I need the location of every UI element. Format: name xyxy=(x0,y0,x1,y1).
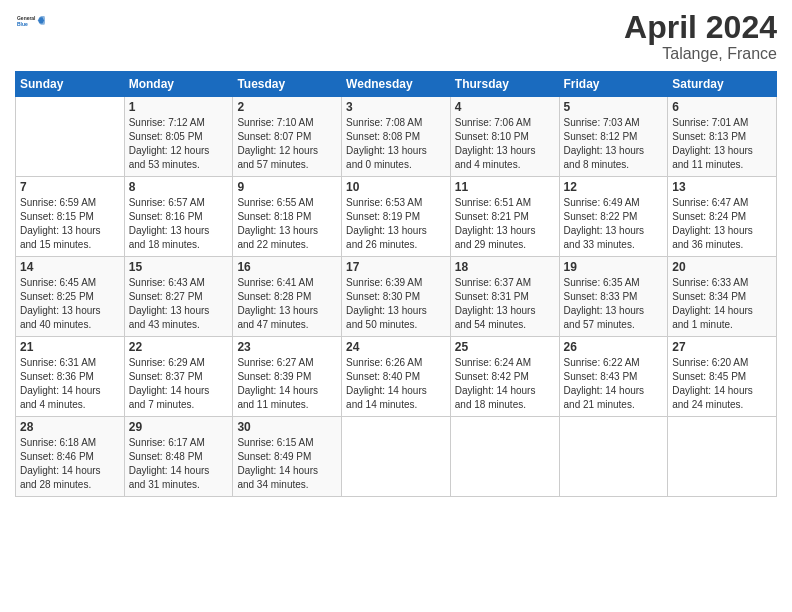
calendar-cell xyxy=(559,417,668,497)
header-day-sunday: Sunday xyxy=(16,72,125,97)
header-day-saturday: Saturday xyxy=(668,72,777,97)
week-row-1: 1Sunrise: 7:12 AMSunset: 8:05 PMDaylight… xyxy=(16,97,777,177)
calendar-cell: 10Sunrise: 6:53 AMSunset: 8:19 PMDayligh… xyxy=(342,177,451,257)
week-row-2: 7Sunrise: 6:59 AMSunset: 8:15 PMDaylight… xyxy=(16,177,777,257)
calendar-cell: 5Sunrise: 7:03 AMSunset: 8:12 PMDaylight… xyxy=(559,97,668,177)
day-info: Sunrise: 7:12 AMSunset: 8:05 PMDaylight:… xyxy=(129,116,229,172)
header-row: SundayMondayTuesdayWednesdayThursdayFrid… xyxy=(16,72,777,97)
day-number: 5 xyxy=(564,100,664,114)
day-number: 21 xyxy=(20,340,120,354)
day-number: 13 xyxy=(672,180,772,194)
calendar-cell: 13Sunrise: 6:47 AMSunset: 8:24 PMDayligh… xyxy=(668,177,777,257)
logo-icon: General Blue xyxy=(17,10,45,32)
header-day-thursday: Thursday xyxy=(450,72,559,97)
day-number: 26 xyxy=(564,340,664,354)
day-number: 19 xyxy=(564,260,664,274)
day-info: Sunrise: 6:43 AMSunset: 8:27 PMDaylight:… xyxy=(129,276,229,332)
day-number: 1 xyxy=(129,100,229,114)
day-number: 29 xyxy=(129,420,229,434)
calendar-cell: 27Sunrise: 6:20 AMSunset: 8:45 PMDayligh… xyxy=(668,337,777,417)
svg-text:Blue: Blue xyxy=(17,22,28,27)
day-info: Sunrise: 7:08 AMSunset: 8:08 PMDaylight:… xyxy=(346,116,446,172)
day-number: 8 xyxy=(129,180,229,194)
week-row-3: 14Sunrise: 6:45 AMSunset: 8:25 PMDayligh… xyxy=(16,257,777,337)
day-number: 20 xyxy=(672,260,772,274)
calendar-cell: 9Sunrise: 6:55 AMSunset: 8:18 PMDaylight… xyxy=(233,177,342,257)
week-row-5: 28Sunrise: 6:18 AMSunset: 8:46 PMDayligh… xyxy=(16,417,777,497)
calendar-cell: 30Sunrise: 6:15 AMSunset: 8:49 PMDayligh… xyxy=(233,417,342,497)
day-info: Sunrise: 6:31 AMSunset: 8:36 PMDaylight:… xyxy=(20,356,120,412)
day-number: 27 xyxy=(672,340,772,354)
calendar-cell xyxy=(16,97,125,177)
day-info: Sunrise: 6:57 AMSunset: 8:16 PMDaylight:… xyxy=(129,196,229,252)
header: General Blue April 2024 Talange, France xyxy=(15,10,777,63)
day-info: Sunrise: 7:01 AMSunset: 8:13 PMDaylight:… xyxy=(672,116,772,172)
day-info: Sunrise: 7:03 AMSunset: 8:12 PMDaylight:… xyxy=(564,116,664,172)
day-number: 10 xyxy=(346,180,446,194)
day-number: 18 xyxy=(455,260,555,274)
day-info: Sunrise: 6:53 AMSunset: 8:19 PMDaylight:… xyxy=(346,196,446,252)
day-info: Sunrise: 6:45 AMSunset: 8:25 PMDaylight:… xyxy=(20,276,120,332)
day-number: 15 xyxy=(129,260,229,274)
day-info: Sunrise: 6:59 AMSunset: 8:15 PMDaylight:… xyxy=(20,196,120,252)
day-info: Sunrise: 6:27 AMSunset: 8:39 PMDaylight:… xyxy=(237,356,337,412)
calendar-table: SundayMondayTuesdayWednesdayThursdayFrid… xyxy=(15,71,777,497)
calendar-cell: 20Sunrise: 6:33 AMSunset: 8:34 PMDayligh… xyxy=(668,257,777,337)
calendar-cell: 14Sunrise: 6:45 AMSunset: 8:25 PMDayligh… xyxy=(16,257,125,337)
calendar-cell: 2Sunrise: 7:10 AMSunset: 8:07 PMDaylight… xyxy=(233,97,342,177)
day-number: 30 xyxy=(237,420,337,434)
day-info: Sunrise: 6:17 AMSunset: 8:48 PMDaylight:… xyxy=(129,436,229,492)
calendar-cell: 22Sunrise: 6:29 AMSunset: 8:37 PMDayligh… xyxy=(124,337,233,417)
day-info: Sunrise: 7:10 AMSunset: 8:07 PMDaylight:… xyxy=(237,116,337,172)
day-number: 16 xyxy=(237,260,337,274)
day-info: Sunrise: 6:41 AMSunset: 8:28 PMDaylight:… xyxy=(237,276,337,332)
header-day-tuesday: Tuesday xyxy=(233,72,342,97)
day-number: 11 xyxy=(455,180,555,194)
location-title: Talange, France xyxy=(624,45,777,63)
day-number: 3 xyxy=(346,100,446,114)
day-number: 25 xyxy=(455,340,555,354)
day-info: Sunrise: 7:06 AMSunset: 8:10 PMDaylight:… xyxy=(455,116,555,172)
day-number: 6 xyxy=(672,100,772,114)
day-number: 4 xyxy=(455,100,555,114)
calendar-cell: 7Sunrise: 6:59 AMSunset: 8:15 PMDaylight… xyxy=(16,177,125,257)
calendar-cell: 3Sunrise: 7:08 AMSunset: 8:08 PMDaylight… xyxy=(342,97,451,177)
calendar-cell: 29Sunrise: 6:17 AMSunset: 8:48 PMDayligh… xyxy=(124,417,233,497)
day-number: 24 xyxy=(346,340,446,354)
calendar-cell: 15Sunrise: 6:43 AMSunset: 8:27 PMDayligh… xyxy=(124,257,233,337)
day-info: Sunrise: 6:33 AMSunset: 8:34 PMDaylight:… xyxy=(672,276,772,332)
day-info: Sunrise: 6:15 AMSunset: 8:49 PMDaylight:… xyxy=(237,436,337,492)
day-info: Sunrise: 6:35 AMSunset: 8:33 PMDaylight:… xyxy=(564,276,664,332)
title-block: April 2024 Talange, France xyxy=(624,10,777,63)
calendar-cell: 4Sunrise: 7:06 AMSunset: 8:10 PMDaylight… xyxy=(450,97,559,177)
day-number: 7 xyxy=(20,180,120,194)
day-info: Sunrise: 6:51 AMSunset: 8:21 PMDaylight:… xyxy=(455,196,555,252)
calendar-cell: 16Sunrise: 6:41 AMSunset: 8:28 PMDayligh… xyxy=(233,257,342,337)
header-day-wednesday: Wednesday xyxy=(342,72,451,97)
calendar-cell: 28Sunrise: 6:18 AMSunset: 8:46 PMDayligh… xyxy=(16,417,125,497)
calendar-cell: 21Sunrise: 6:31 AMSunset: 8:36 PMDayligh… xyxy=(16,337,125,417)
calendar-cell xyxy=(668,417,777,497)
calendar-cell xyxy=(342,417,451,497)
calendar-cell: 8Sunrise: 6:57 AMSunset: 8:16 PMDaylight… xyxy=(124,177,233,257)
calendar-cell: 6Sunrise: 7:01 AMSunset: 8:13 PMDaylight… xyxy=(668,97,777,177)
calendar-cell: 17Sunrise: 6:39 AMSunset: 8:30 PMDayligh… xyxy=(342,257,451,337)
day-number: 2 xyxy=(237,100,337,114)
day-info: Sunrise: 6:39 AMSunset: 8:30 PMDaylight:… xyxy=(346,276,446,332)
day-number: 9 xyxy=(237,180,337,194)
week-row-4: 21Sunrise: 6:31 AMSunset: 8:36 PMDayligh… xyxy=(16,337,777,417)
calendar-cell: 18Sunrise: 6:37 AMSunset: 8:31 PMDayligh… xyxy=(450,257,559,337)
calendar-cell: 12Sunrise: 6:49 AMSunset: 8:22 PMDayligh… xyxy=(559,177,668,257)
header-day-friday: Friday xyxy=(559,72,668,97)
calendar-cell: 11Sunrise: 6:51 AMSunset: 8:21 PMDayligh… xyxy=(450,177,559,257)
day-info: Sunrise: 6:18 AMSunset: 8:46 PMDaylight:… xyxy=(20,436,120,492)
calendar-cell: 1Sunrise: 7:12 AMSunset: 8:05 PMDaylight… xyxy=(124,97,233,177)
calendar-cell: 26Sunrise: 6:22 AMSunset: 8:43 PMDayligh… xyxy=(559,337,668,417)
header-day-monday: Monday xyxy=(124,72,233,97)
day-number: 17 xyxy=(346,260,446,274)
day-info: Sunrise: 6:26 AMSunset: 8:40 PMDaylight:… xyxy=(346,356,446,412)
day-number: 12 xyxy=(564,180,664,194)
day-info: Sunrise: 6:22 AMSunset: 8:43 PMDaylight:… xyxy=(564,356,664,412)
svg-text:General: General xyxy=(17,16,36,21)
day-info: Sunrise: 6:47 AMSunset: 8:24 PMDaylight:… xyxy=(672,196,772,252)
